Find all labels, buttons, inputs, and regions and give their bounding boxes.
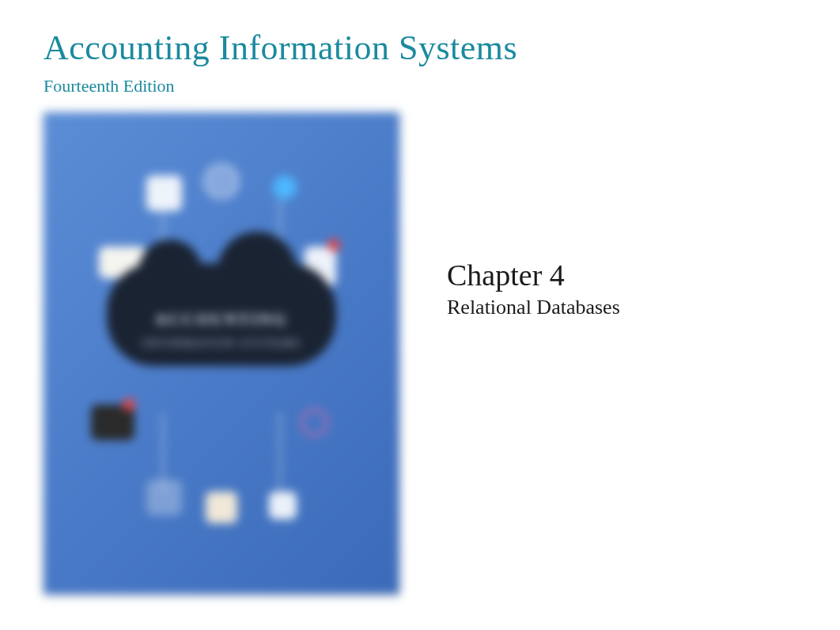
globe-icon [273,175,297,199]
notification-dot-icon [327,239,340,251]
chapter-info: Chapter 4 Relational Databases [447,258,620,319]
device-icon [146,175,182,211]
book-title: Accounting Information Systems [44,28,796,68]
device-icon [146,480,182,515]
headphones-icon [204,164,240,199]
book-edition: Fourteenth Edition [44,76,796,96]
cover-title-line-1: ACCOUNTING [155,311,289,329]
notification-dot-icon [123,398,135,411]
clock-icon [301,409,328,436]
cover-title-line-2: INFORMATION SYSTEMS [142,338,301,350]
user-icon [206,492,237,523]
chapter-title: Relational Databases [447,296,620,319]
device-icon [269,492,297,519]
chapter-number: Chapter 4 [447,258,620,292]
content-area: ACCOUNTING INFORMATION SYSTEMS Chapter 4… [44,112,796,594]
book-cover-image: ACCOUNTING INFORMATION SYSTEMS [44,112,399,594]
connector-line [279,413,281,492]
